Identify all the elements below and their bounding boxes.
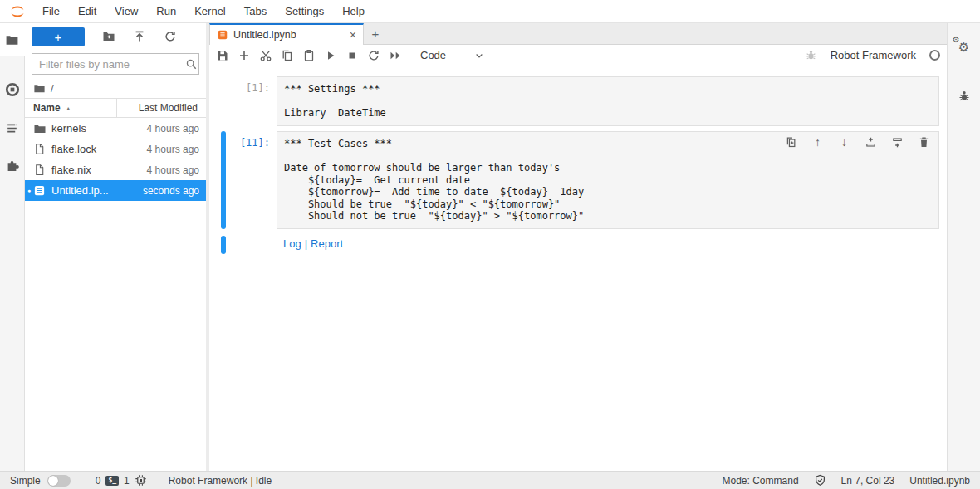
bug-icon — [958, 90, 971, 103]
menu-help[interactable]: Help — [333, 5, 374, 17]
duplicate-cell-icon[interactable] — [785, 136, 797, 149]
simple-mode-toggle[interactable] — [47, 475, 71, 487]
column-last-modified[interactable]: Last Modified — [116, 99, 206, 117]
close-tab-icon[interactable]: × — [350, 28, 356, 42]
jupyterlab-window: File Edit View Run Kernel Tabs Settings … — [0, 0, 980, 489]
restart-kernel-icon[interactable] — [367, 49, 380, 62]
upload-icon[interactable] — [133, 30, 146, 43]
menu-view[interactable]: View — [105, 5, 147, 17]
cursor-position[interactable]: Ln 7, Col 23 — [841, 475, 895, 487]
running-sessions-status[interactable]: 0 $_ 1 — [96, 474, 147, 487]
insert-cell-above-icon[interactable] — [865, 136, 877, 149]
delete-cell-icon[interactable] — [918, 136, 930, 149]
active-filename: Untitled.ipynb — [909, 475, 970, 487]
menu-edit[interactable]: Edit — [69, 5, 105, 17]
kernel-chip-icon — [135, 474, 147, 487]
unsaved-changes-dot: ● — [27, 188, 31, 193]
menu-bar: File Edit View Run Kernel Tabs Settings … — [0, 0, 980, 23]
cell-source[interactable]: *** Settings *** Library DateTime — [277, 77, 938, 125]
menu-tabs[interactable]: Tabs — [235, 5, 276, 17]
sidebar-tab-running-sessions[interactable] — [0, 73, 25, 106]
cell-editor[interactable]: *** Test Cases *** Date of tomorrow shou… — [277, 131, 939, 229]
file-row-untitled-notebook[interactable]: ● Untitled.ip... seconds ago — [25, 180, 206, 201]
new-launcher-button[interactable]: + — [32, 27, 85, 46]
refresh-icon[interactable] — [164, 30, 177, 43]
file-row-flake-lock[interactable]: flake.lock 4 hours ago — [25, 139, 206, 159]
sidebar-tab-file-browser[interactable] — [0, 23, 25, 56]
cell-type-dropdown[interactable]: Code — [420, 49, 484, 61]
report-link[interactable]: Report — [311, 237, 343, 250]
new-folder-icon[interactable] — [102, 30, 115, 43]
terminal-icon: $_ — [105, 476, 119, 486]
column-name[interactable]: Name ▲ — [25, 102, 116, 114]
dock-tab-bar: Untitled.ipynb × + — [209, 23, 947, 45]
kernels-count: 1 — [124, 475, 130, 487]
paste-cells-icon[interactable] — [302, 49, 316, 62]
chevron-down-icon — [474, 51, 484, 61]
new-tab-button[interactable]: + — [364, 23, 387, 44]
file-row-kernels[interactable]: kernels 4 hours ago — [25, 118, 206, 139]
file-browser-panel: + — [25, 23, 206, 471]
trusted-shield-icon — [814, 474, 826, 487]
status-bar: Simple 0 $_ 1 Robot Framework | Idle Mod… — [0, 471, 980, 489]
move-cell-up-icon[interactable]: ↑ — [811, 136, 824, 149]
puzzle-icon — [5, 159, 19, 174]
cell-toolbar: ↑ ↓ — [785, 136, 930, 149]
breadcrumb-root[interactable]: / — [51, 82, 54, 95]
move-cell-down-icon[interactable]: ↓ — [838, 136, 850, 149]
robot-output-links: Log|Report — [277, 236, 350, 252]
kernel-status-text[interactable]: Robot Framework | Idle — [169, 475, 272, 487]
menu-file[interactable]: File — [33, 5, 69, 17]
running-sessions-icon — [5, 82, 20, 97]
debugger-bug-icon[interactable] — [805, 49, 817, 61]
code-cell-settings[interactable]: [1]: *** Settings *** Library DateTime — [209, 76, 939, 126]
kernel-status-idle-icon — [929, 50, 940, 61]
execution-prompt: [11]: — [226, 131, 274, 229]
cell-editor[interactable]: *** Settings *** Library DateTime — [277, 76, 939, 126]
log-link[interactable]: Log — [283, 237, 301, 250]
file-icon — [33, 164, 47, 177]
folder-icon — [33, 122, 47, 135]
sidebar-tab-property-inspector[interactable]: ⚙⚙ — [948, 28, 980, 65]
code-cell-test-cases[interactable]: [11]: *** Test Cases *** Date of tomorro… — [209, 131, 939, 229]
menu-kernel[interactable]: Kernel — [185, 5, 235, 17]
gears-icon: ⚙⚙ — [958, 41, 969, 53]
terminals-count: 0 — [96, 475, 101, 487]
kernel-name-button[interactable]: Robot Framework — [826, 47, 921, 63]
file-list-header: Name ▲ Last Modified — [25, 98, 206, 118]
sort-ascending-icon: ▲ — [66, 105, 71, 111]
execution-prompt: [1]: — [226, 76, 274, 126]
file-row-flake-nix[interactable]: flake.nix 4 hours ago — [25, 159, 206, 180]
file-icon — [33, 143, 47, 156]
copy-cells-icon[interactable] — [281, 49, 294, 62]
file-browser-toolbar: + — [25, 23, 206, 50]
cut-cells-icon[interactable] — [259, 49, 272, 62]
notebook-dock: Untitled.ipynb × + — [209, 23, 947, 471]
notebook-icon — [33, 184, 47, 198]
menu-settings[interactable]: Settings — [276, 5, 333, 17]
insert-cell-below-icon[interactable] — [891, 136, 904, 149]
cell-output: Log|Report — [209, 236, 939, 254]
left-sidebar — [0, 23, 25, 471]
menu-run[interactable]: Run — [147, 5, 185, 17]
breadcrumb: / — [25, 78, 206, 98]
home-folder-icon[interactable] — [33, 82, 46, 95]
simple-mode-label: Simple — [10, 475, 41, 487]
right-sidebar: ⚙⚙ — [947, 23, 980, 471]
search-icon — [185, 58, 198, 71]
table-of-contents-icon — [5, 121, 19, 135]
notebook-content: [1]: *** Settings *** Library DateTime [… — [209, 66, 947, 471]
sidebar-tab-extension-manager[interactable] — [0, 149, 25, 183]
sidebar-tab-debugger[interactable] — [948, 78, 980, 115]
filter-files-box — [32, 53, 199, 75]
filter-files-input[interactable] — [39, 58, 185, 71]
tab-untitled-notebook[interactable]: Untitled.ipynb × — [209, 23, 364, 45]
interrupt-kernel-icon[interactable] — [345, 49, 359, 62]
add-cell-icon[interactable] — [238, 49, 251, 62]
sidebar-tab-table-of-contents[interactable] — [0, 111, 25, 144]
notebook-toolbar: Code Robot Framework — [209, 45, 947, 66]
save-icon[interactable] — [216, 49, 229, 62]
restart-run-all-icon[interactable] — [389, 49, 402, 62]
file-list: kernels 4 hours ago flake.lock 4 hours a… — [25, 118, 206, 471]
run-cell-icon[interactable] — [324, 49, 337, 62]
